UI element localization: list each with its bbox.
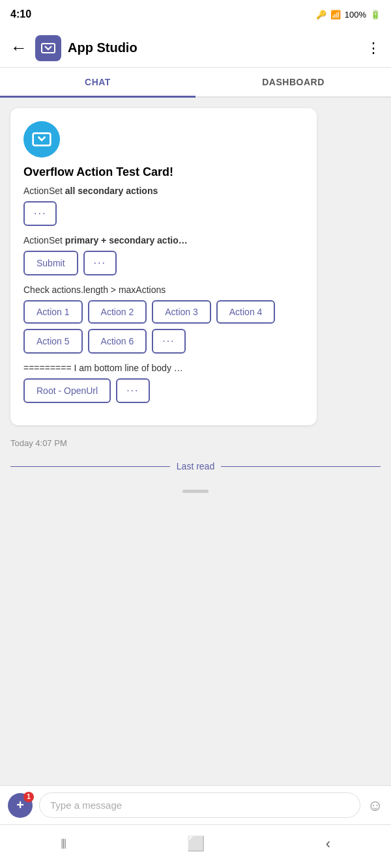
- back-button[interactable]: ←: [10, 38, 27, 58]
- back-nav-button[interactable]: ‹: [315, 833, 341, 855]
- card-section-3: Check actions.length > maxActions Action…: [23, 285, 304, 354]
- action6-button[interactable]: Action 6: [88, 329, 147, 354]
- svg-rect-0: [42, 44, 55, 53]
- nav-title: App Studio: [68, 40, 366, 55]
- status-icons: 🔑 📶 100% 🔋: [316, 10, 381, 20]
- section1-buttons: ···: [23, 201, 304, 226]
- card-avatar-icon: [31, 129, 52, 150]
- section2-label: ActionSet primary + secondary actio…: [23, 235, 304, 245]
- last-read-banner: Last read: [10, 458, 381, 474]
- section3-buttons: Action 1 Action 2 Action 3 Action 4 Acti…: [23, 300, 304, 354]
- section2-overflow-button[interactable]: ···: [83, 251, 117, 275]
- status-time: 4:10: [10, 8, 31, 20]
- card-section-4: ========= I am bottom line of body … Roo…: [23, 363, 304, 403]
- tab-dashboard[interactable]: DASHBOARD: [195, 68, 391, 96]
- battery-text: 100%: [345, 10, 366, 20]
- card-avatar: [23, 121, 60, 158]
- section4-buttons: Root - OpenUrl ···: [23, 378, 304, 403]
- root-openurl-button[interactable]: Root - OpenUrl: [23, 378, 111, 403]
- action4-button[interactable]: Action 4: [216, 300, 276, 324]
- section3-label: Check actions.length > maxActions: [23, 285, 304, 295]
- plus-icon: +: [16, 798, 24, 813]
- section4-label: ========= I am bottom line of body …: [23, 363, 304, 373]
- overflow-action-card: Overflow Action Test Card! ActionSet all…: [10, 108, 317, 425]
- last-read-line-right: [221, 466, 381, 467]
- tab-bar: CHAT DASHBOARD: [0, 68, 391, 98]
- message-input-area: + 1 ☺: [0, 785, 391, 824]
- emoji-button[interactable]: ☺: [367, 796, 383, 815]
- more-options-button[interactable]: ⋮: [366, 40, 381, 57]
- action5-button[interactable]: Action 5: [23, 329, 83, 354]
- card-title: Overflow Action Test Card!: [23, 165, 304, 179]
- card-section-2: ActionSet primary + secondary actio… Sub…: [23, 235, 304, 275]
- attach-button[interactable]: + 1: [8, 793, 33, 818]
- attach-badge: 1: [23, 792, 34, 802]
- signal-icon: 🔑: [316, 10, 326, 20]
- message-timestamp: Today 4:07 PM: [10, 438, 381, 448]
- recent-apps-button[interactable]: ⦀: [50, 833, 77, 855]
- last-read-line-left: [10, 466, 170, 467]
- top-nav: ← App Studio ⋮: [0, 29, 391, 68]
- app-logo: [35, 35, 61, 61]
- section1-label: ActionSet all secondary actions: [23, 186, 304, 196]
- section1-overflow-button[interactable]: ···: [23, 201, 57, 226]
- home-button[interactable]: ⬜: [177, 833, 215, 855]
- action2-button[interactable]: Action 2: [88, 300, 147, 324]
- card-section-1: ActionSet all secondary actions ···: [23, 186, 304, 226]
- action3-button[interactable]: Action 3: [152, 300, 211, 324]
- section3-overflow-button[interactable]: ···: [152, 329, 185, 354]
- status-bar: 4:10 🔑 📶 100% 🔋: [0, 0, 391, 29]
- message-input[interactable]: [39, 792, 360, 818]
- section4-overflow-button[interactable]: ···: [116, 378, 149, 403]
- last-read-text: Last read: [177, 461, 214, 471]
- drag-handle: [182, 490, 209, 493]
- tab-chat[interactable]: CHAT: [0, 68, 195, 96]
- chat-area: Overflow Action Test Card! ActionSet all…: [0, 98, 391, 785]
- section2-buttons: Submit ···: [23, 251, 304, 275]
- wifi-icon: 📶: [330, 10, 341, 20]
- action1-button[interactable]: Action 1: [23, 300, 83, 324]
- submit-button[interactable]: Submit: [23, 251, 78, 275]
- battery-icon: 🔋: [370, 10, 381, 20]
- bottom-nav: ⦀ ⬜ ‹: [0, 824, 391, 868]
- app-logo-icon: [40, 40, 56, 56]
